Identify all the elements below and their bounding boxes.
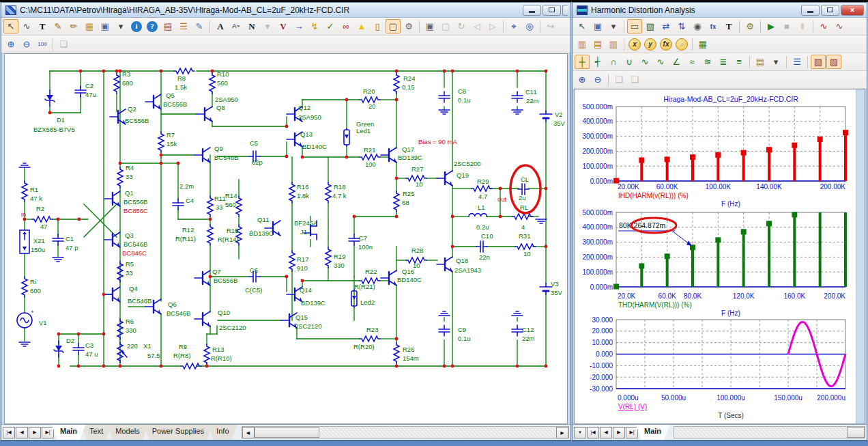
select-cursor-icon[interactable]: ↖	[575, 19, 590, 33]
zoom-select-mode-icon[interactable]: ▭	[627, 19, 642, 33]
numeric-output-icon[interactable]: ☰	[790, 55, 805, 69]
analysis-scroll-track[interactable]	[674, 427, 847, 438]
envelope-icon[interactable]: ≡	[732, 55, 747, 69]
minimize-button[interactable]	[523, 5, 541, 16]
box-select-icon[interactable]: ▣	[422, 19, 437, 33]
zoom-out-icon[interactable]: ⊖	[590, 72, 605, 87]
analysis-hscrollbar[interactable]	[674, 426, 865, 438]
last-page-button[interactable]: ▶|	[42, 427, 54, 438]
prev-page-button[interactable]: ◀	[16, 427, 28, 438]
go-to-low-icon[interactable]: ∿	[653, 55, 668, 69]
tab-main[interactable]: Main	[636, 425, 669, 440]
scroll-right-button[interactable]: ▶	[556, 427, 568, 438]
find-icon[interactable]: ⌖	[506, 19, 521, 33]
go-to-valley-icon[interactable]: ∪	[622, 55, 637, 69]
fx-settings-icon[interactable]: fx	[660, 38, 672, 51]
shapes-dropdown-icon[interactable]: ▾	[606, 19, 621, 33]
align-cursors-icon[interactable]: ▧	[811, 55, 826, 69]
schematic-hscrollbar[interactable]: ◀ ▶	[242, 426, 569, 438]
analysis-scroll-thumb[interactable]	[847, 427, 865, 438]
schematic-drawing[interactable]: +C247uD1BZX585-B7V5R3680R81.5kR105602SA9…	[5, 54, 568, 421]
schematic-titlebar[interactable]: C:\MC11\DATA\Petrov\Hiraga\HIRAGA_AB-35V…	[1, 3, 570, 18]
next-page-button[interactable]: ▶	[29, 427, 41, 438]
x-axis-settings-icon[interactable]: x	[628, 38, 641, 51]
last-plot-button[interactable]: ▶|	[626, 427, 638, 438]
maximize-button[interactable]	[542, 5, 561, 16]
show-power-icon[interactable]: ↯	[307, 19, 322, 33]
select-cursor-icon[interactable]: ↖	[3, 19, 18, 33]
tab-power-supplies[interactable]: Power Supplies	[144, 425, 212, 440]
next-plot-button[interactable]: ▶	[613, 427, 625, 438]
prev-plot-button[interactable]: ◀	[600, 427, 612, 438]
help-icon[interactable]: ?	[147, 21, 158, 32]
diagonal-wire-icon[interactable]: ✏	[66, 19, 81, 33]
show-values-icon[interactable]: A~	[229, 19, 244, 33]
close-button-partial[interactable]	[562, 5, 568, 16]
scroll-left-button[interactable]: ◀	[242, 427, 255, 438]
scroll-thumb[interactable]	[255, 427, 319, 438]
y-axis-settings-icon[interactable]: y	[644, 38, 656, 51]
analysis-close-button[interactable]: ✕	[841, 5, 864, 16]
plot-select-dropdown[interactable]: ▾	[574, 427, 586, 438]
show-currents-icon[interactable]: →	[291, 19, 306, 33]
analysis-titlebar[interactable]: Harmonic Distortion Analysis ✕	[573, 3, 867, 18]
zoom-in-icon[interactable]: ⊕	[3, 37, 18, 51]
tab-text[interactable]: Text	[81, 425, 111, 440]
plot-properties-icon[interactable]: ⚙	[742, 19, 757, 33]
analysis-plot-area[interactable]: 500.000m400.000m300.000m200.000m100.000m…	[574, 89, 865, 424]
tab-main[interactable]: Main	[52, 425, 85, 440]
clipboard-icon[interactable]: ▤	[753, 55, 768, 69]
edit-page-icon[interactable]: ✎	[192, 19, 207, 33]
data-points-icon[interactable]: ∿	[816, 19, 831, 33]
shape-tool-icon[interactable]: ▣	[98, 19, 113, 33]
next-branch-icon[interactable]: ≈	[684, 55, 699, 69]
show-attributes-icon[interactable]: A	[213, 19, 228, 33]
component-info-icon[interactable]: ▤	[160, 19, 175, 33]
component-picture-icon[interactable]: ▦	[82, 19, 97, 33]
zoom-in-icon[interactable]: ⊕	[575, 72, 590, 87]
show-node-voltages-icon[interactable]: V	[276, 19, 291, 33]
scale-y-icon[interactable]: ⇅	[674, 19, 689, 33]
new-page-icon[interactable]: ▯	[370, 19, 385, 33]
wire-mode-icon[interactable]: ∿	[19, 19, 34, 33]
edit-grid-icon[interactable]: ▦	[695, 37, 710, 51]
tab-info[interactable]: Info	[208, 425, 237, 440]
point-tag-icon[interactable]: ◉	[690, 19, 705, 33]
schematic-canvas[interactable]: +C247uD1BZX585-B7V5R3680R81.5kR105602SA9…	[4, 53, 568, 424]
zoom-100-icon[interactable]: 100	[35, 37, 50, 51]
all-branches-icon[interactable]: ≣	[716, 55, 731, 69]
plot-layout-vertical-icon[interactable]: ▥	[575, 37, 590, 51]
cursor-vertical-icon[interactable]: ┽	[590, 55, 605, 69]
tokens-icon[interactable]: ∿	[832, 19, 847, 33]
select-region-icon[interactable]: ▢	[386, 19, 401, 33]
analysis-minimize-button[interactable]	[801, 5, 820, 16]
properties-icon[interactable]: ⚙	[401, 19, 416, 33]
warning-icon[interactable]: ▲	[354, 19, 369, 33]
fx-mode-icon[interactable]: fx	[706, 19, 721, 33]
plot-text-mode-icon[interactable]: T	[721, 19, 736, 33]
info-icon[interactable]: i	[131, 21, 142, 32]
scale-x-icon[interactable]: ⇄	[659, 19, 674, 33]
branch-compare-icon[interactable]: ≋	[700, 55, 715, 69]
plot-layout-horizontal-icon[interactable]: ▤	[590, 37, 605, 51]
tab-models[interactable]: Models	[107, 425, 147, 440]
go-to-high-icon[interactable]: ∿	[637, 55, 652, 69]
line-draw-icon[interactable]: ✎	[50, 19, 66, 33]
match-cursors-icon[interactable]: ▨	[826, 55, 841, 69]
analysis-charts[interactable]: 500.000m400.000m300.000m200.000m100.000m…	[575, 89, 857, 420]
graph-pan-icon[interactable]: ▨	[643, 19, 658, 33]
shapes-icon[interactable]: ▣	[590, 19, 605, 33]
find-next-icon[interactable]: ◎	[522, 19, 537, 33]
show-pin-connections-icon[interactable]: ∞	[338, 19, 353, 33]
show-node-numbers-icon[interactable]: N	[244, 19, 259, 33]
cursor-horizontal-icon[interactable]: ┼	[575, 55, 590, 69]
text-mode-icon[interactable]: T	[35, 19, 50, 33]
go-to-peak-icon[interactable]: ∩	[606, 55, 621, 69]
analysis-maximize-button[interactable]	[821, 5, 839, 16]
plot-layout-single-icon[interactable]: ▥	[606, 37, 621, 51]
first-page-button[interactable]: |◀	[3, 427, 15, 438]
run-icon[interactable]: ▶	[764, 19, 779, 33]
first-plot-button[interactable]: |◀	[587, 427, 599, 438]
info-pages-icon[interactable]: ☰	[176, 19, 191, 33]
go-to-inflection-icon[interactable]: ∠	[669, 55, 684, 69]
